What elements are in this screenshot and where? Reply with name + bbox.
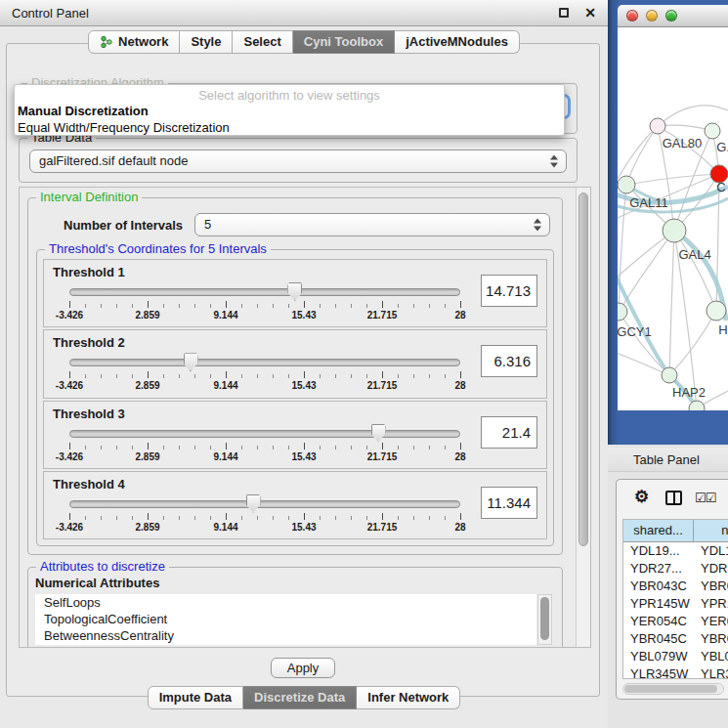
threshold-label: Threshold 3 <box>53 407 125 421</box>
dropdown-option-manual[interactable]: Manual Discretization <box>15 103 564 119</box>
tick-mark <box>163 374 164 378</box>
tick-mark <box>85 304 86 308</box>
table-horizontal-scrollbar[interactable] <box>622 683 724 695</box>
network-edge[interactable] <box>626 126 658 185</box>
tab-select[interactable]: Select <box>233 30 292 54</box>
slider-thumb[interactable] <box>371 424 386 443</box>
threshold-value-field[interactable]: 14.713 <box>481 275 537 307</box>
network-node[interactable] <box>663 219 686 242</box>
table-cell: YBR045C <box>623 630 694 648</box>
table-panel-toolbar: ⚙ ☑☑ <box>617 480 728 517</box>
network-node-label: HAP2 <box>672 385 706 400</box>
network-node-label: GAL4 <box>678 247 710 262</box>
numerical-attributes-list[interactable]: SelfLoopsTopologicalCoefficientBetweenne… <box>35 594 536 645</box>
tick-mark <box>179 304 180 308</box>
tick-mark <box>69 443 70 450</box>
tab-cyni-toolbox[interactable]: Cyni Toolbox <box>293 30 395 54</box>
table-row[interactable]: YLR345WYLR3 <box>623 665 728 679</box>
network-thick-edge[interactable] <box>618 272 669 375</box>
slider-thumb[interactable] <box>184 353 198 371</box>
settings-vertical-scrollbar[interactable] <box>576 188 590 647</box>
number-of-intervals-combobox[interactable]: 5 <box>194 213 550 236</box>
network-edge[interactable] <box>669 231 674 375</box>
threshold-panel: Threshold 2-3.4262.8599.14415.4321.71528… <box>43 329 547 398</box>
slider-track <box>69 359 460 366</box>
slider-thumb[interactable] <box>287 282 302 301</box>
table-row[interactable]: YER054CYER0 <box>623 613 728 630</box>
tab-discretize-data[interactable]: Discretize Data <box>243 686 357 709</box>
combobox-arrows-icon <box>550 155 558 168</box>
dropdown-option-equal-width[interactable]: Equal Width/Frequency Discretization <box>15 119 564 136</box>
network-node[interactable] <box>705 123 720 139</box>
threshold-slider[interactable]: -3.4262.8599.14415.4321.71528 <box>69 423 460 466</box>
tab-style[interactable]: Style <box>180 30 233 54</box>
minimize-traffic-light-icon[interactable] <box>646 10 658 21</box>
network-node[interactable] <box>662 367 677 383</box>
zoom-traffic-light-icon[interactable] <box>665 10 677 21</box>
table-row[interactable]: YBL079WYBL0 <box>623 648 728 665</box>
network-window-titlebar[interactable] <box>618 5 728 27</box>
tick-mark <box>101 516 102 520</box>
tick-mark <box>288 446 289 450</box>
tick-mark <box>335 374 336 378</box>
tick-label: 9.144 <box>213 380 237 391</box>
network-icon <box>100 35 113 49</box>
attribute-list-item[interactable]: SelfLoops <box>35 594 536 611</box>
close-icon[interactable]: ✕ <box>584 8 596 18</box>
threshold-slider[interactable]: -3.4262.8599.14415.4321.71528 <box>69 493 460 536</box>
apply-button[interactable]: Apply <box>271 658 335 678</box>
top-tab-bar: NetworkStyleSelectCyni ToolboxjActiveMNo… <box>0 30 608 54</box>
attribute-list-item[interactable]: TopologicalCoefficient <box>35 611 536 627</box>
table-column-header[interactable]: na <box>694 520 728 542</box>
tab-network[interactable]: Network <box>88 30 180 54</box>
network-node-label: GCY1 <box>618 324 652 339</box>
tick-mark <box>179 446 180 450</box>
tick-mark <box>460 371 461 378</box>
select-columns-icon[interactable]: ☑☑ <box>695 491 715 505</box>
tick-mark <box>226 301 227 308</box>
threshold-slider[interactable]: -3.4262.8599.14415.4321.71528 <box>69 281 460 324</box>
network-node-label: H <box>718 322 727 337</box>
network-node[interactable] <box>618 303 627 321</box>
interval-definition-group: Interval Definition Number of Intervals … <box>27 197 563 555</box>
tab-infer-network[interactable]: Infer Network <box>357 686 460 709</box>
table-row[interactable]: YPR145WYPR1 <box>623 595 728 613</box>
tick-mark <box>288 374 289 378</box>
network-node[interactable] <box>707 301 726 321</box>
tab-impute-data[interactable]: Impute Data <box>148 686 243 709</box>
tick-mark <box>445 516 446 520</box>
tab-label: Network <box>118 34 168 49</box>
attribute-list-item[interactable]: BetweennessCentrality <box>35 627 536 644</box>
network-node[interactable] <box>618 176 635 193</box>
tab-jactivemnodules[interactable]: jActiveMNodules <box>395 30 520 54</box>
float-icon[interactable] <box>559 8 569 18</box>
network-edge[interactable] <box>669 311 716 375</box>
close-traffic-light-icon[interactable] <box>626 10 638 21</box>
split-columns-icon[interactable] <box>665 491 682 505</box>
slider-thumb[interactable] <box>246 494 261 513</box>
threshold-slider[interactable]: -3.4262.8599.14415.4321.71528 <box>69 352 460 395</box>
tick-mark <box>304 371 305 378</box>
threshold-value-field[interactable]: 11.344 <box>481 487 537 519</box>
group-title: Attributes to discretize <box>36 559 169 574</box>
table-column-header[interactable]: shared... <box>623 520 694 542</box>
tick-mark <box>398 304 399 308</box>
attributes-list-scrollbar[interactable] <box>537 594 552 645</box>
tick-mark <box>413 516 414 520</box>
network-canvas[interactable]: GAL80G.CGAL11GAL4GCY1HHAP2 <box>618 27 728 410</box>
table-row[interactable]: YBR045CYBR0 <box>623 630 728 648</box>
threshold-value-field[interactable]: 21.4 <box>481 416 537 449</box>
tab-label: Impute Data <box>159 690 232 705</box>
table-row[interactable]: YDR27...YDR2 <box>623 560 728 578</box>
table-data-combobox[interactable]: galFiltered.sif default node <box>29 150 567 173</box>
tick-label: 15.43 <box>291 451 316 462</box>
table-row[interactable]: YBR043CYBR0 <box>623 578 728 595</box>
tick-mark <box>320 516 321 520</box>
table-row[interactable]: YDL19...YDL1 <box>623 542 728 560</box>
group-title: Interval Definition <box>36 190 142 204</box>
settings-scroll-region: Interval Definition Number of Intervals … <box>19 187 591 648</box>
node-table[interactable]: shared...na YDL19...YDL1YDR27...YDR2YBR0… <box>622 519 728 679</box>
gear-icon[interactable]: ⚙ <box>634 489 649 506</box>
threshold-value-field[interactable]: 6.316 <box>481 345 537 377</box>
network-node[interactable] <box>650 118 665 134</box>
